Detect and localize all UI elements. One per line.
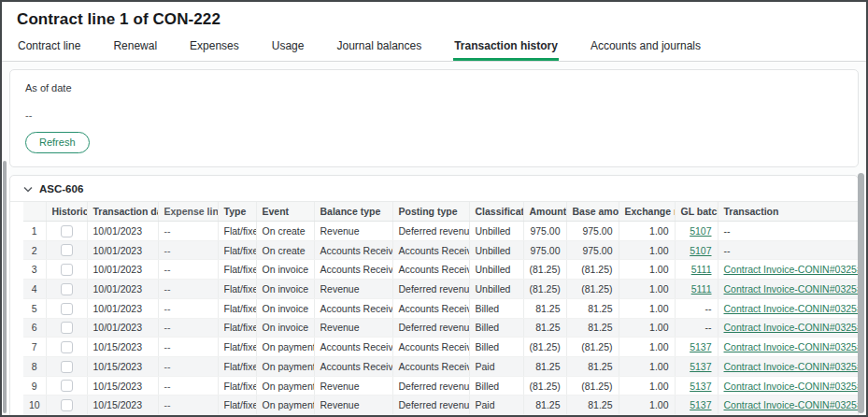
cell-amount: (81.25) <box>523 376 566 395</box>
cell-base_amount: 975.00 <box>566 240 619 260</box>
cell-historical <box>46 338 87 357</box>
historical-checkbox[interactable] <box>61 399 73 411</box>
cell-base_amount: 81.25 <box>566 318 619 338</box>
cell-transaction: Contract Invoice-CONIN#0325#doc <box>718 357 858 377</box>
vertical-scrollbar[interactable] <box>858 173 864 413</box>
cell-exchange_rate: 1.00 <box>619 376 675 395</box>
historical-checkbox[interactable] <box>61 341 73 353</box>
cell-transaction_date: 10/15/2023 <box>87 376 158 395</box>
cell-amount: 81.25 <box>523 298 566 318</box>
cell-exchange_rate: 1.00 <box>619 280 675 299</box>
transaction-link[interactable]: Contract Invoice-CONIN#0325#doc <box>724 341 859 352</box>
column-header-event: Event <box>256 202 314 222</box>
cell-historical <box>46 357 87 377</box>
gl-batch-link[interactable]: 5137 <box>690 381 711 392</box>
cell-gl_batch: -- <box>675 318 718 338</box>
historical-checkbox[interactable] <box>61 361 73 373</box>
cell-historical <box>46 318 87 338</box>
transaction-link[interactable]: Contract Invoice-CONIN#0325#doc <box>724 381 859 392</box>
cell-num: 10 <box>23 395 46 415</box>
cell-event: On invoice <box>256 260 314 280</box>
historical-checkbox[interactable] <box>61 322 73 334</box>
cell-num: 6 <box>23 318 46 338</box>
cell-posting_type: Deferred revenue <box>392 376 469 395</box>
cell-transaction_date: 10/15/2023 <box>87 338 158 357</box>
tab-contract-line[interactable]: Contract line <box>17 31 81 61</box>
cell-amount: 81.25 <box>523 318 566 338</box>
transaction-link[interactable]: Contract Invoice-CONIN#0325#doc <box>724 303 859 314</box>
asc-606-section-toggle[interactable]: ASC-606 <box>10 176 858 202</box>
gl-batch-link[interactable]: 5111 <box>691 264 712 275</box>
cell-posting_type: Deferred revenue <box>392 318 469 338</box>
cell-transaction_date: 10/01/2023 <box>87 260 158 280</box>
tab-usage[interactable]: Usage <box>271 31 306 61</box>
transaction-link[interactable]: Contract Invoice-CONIN#0325#doc <box>724 399 859 410</box>
cell-expense_line_no: -- <box>158 357 218 377</box>
tab-renewal[interactable]: Renewal <box>112 31 158 61</box>
gl-batch-link[interactable]: 5137 <box>690 361 711 372</box>
tab-bar: Contract lineRenewalExpensesUsageJournal… <box>2 31 866 62</box>
historical-checkbox[interactable] <box>61 264 73 276</box>
cell-event: On invoice <box>256 318 314 338</box>
cell-base_amount: (81.25) <box>566 260 619 280</box>
cell-classification: Billed <box>469 338 523 357</box>
cell-event: On payment <box>256 338 314 357</box>
gl-batch-link[interactable]: 5107 <box>690 245 711 256</box>
cell-num: 3 <box>23 260 46 280</box>
column-header-gl_batch: GL batch <box>675 202 718 222</box>
table-row: 1010/15/2023--Flat/fixedOn paymentRevenu… <box>23 395 858 415</box>
cell-type: Flat/fixed <box>218 357 256 377</box>
cell-gl_batch: 5107 <box>675 240 718 260</box>
cell-transaction: Contract Invoice-CONIN#0325#doc <box>718 260 858 280</box>
cell-event: On payment <box>256 395 314 415</box>
column-header-balance_type: Balance type <box>314 202 392 222</box>
cell-expense_line_no: -- <box>158 260 218 280</box>
table-row: 110/01/2023--Flat/fixedOn createRevenueD… <box>23 222 858 241</box>
column-header-posting_type: Posting type <box>392 202 469 222</box>
historical-checkbox[interactable] <box>61 225 73 237</box>
tab-journal-balances[interactable]: Journal balances <box>335 31 422 61</box>
transaction-link[interactable]: Contract Invoice-CONIN#0325#doc <box>724 283 859 295</box>
refresh-button[interactable]: Refresh <box>25 132 90 153</box>
cell-classification: Paid <box>469 395 523 415</box>
gl-batch-link[interactable]: 5111 <box>691 283 712 295</box>
cell-type: Flat/fixed <box>218 222 256 241</box>
cell-event: On create <box>256 222 314 241</box>
column-header-type: Type <box>218 202 256 222</box>
transaction-link[interactable]: Contract Invoice-CONIN#0325#doc <box>724 322 859 333</box>
cell-posting_type: Deferred revenue <box>392 395 469 415</box>
cell-transaction_date: 10/15/2023 <box>87 395 158 415</box>
page-title: Contract line 1 of CON-222 <box>17 10 851 29</box>
cell-classification: Unbilled <box>469 260 523 280</box>
cell-base_amount: (81.25) <box>566 280 619 299</box>
historical-checkbox[interactable] <box>61 303 73 315</box>
cell-amount: 81.25 <box>523 357 566 377</box>
scrollbar-thumb[interactable] <box>858 173 864 413</box>
cell-exchange_rate: 1.00 <box>619 338 675 357</box>
historical-checkbox[interactable] <box>61 283 73 295</box>
tab-transaction-history[interactable]: Transaction history <box>453 31 559 61</box>
left-scroll-indicator <box>3 161 7 413</box>
tab-expenses[interactable]: Expenses <box>189 31 240 61</box>
cell-type: Flat/fixed <box>218 240 256 260</box>
historical-checkbox[interactable] <box>61 380 73 392</box>
cell-historical <box>46 222 87 241</box>
gl-batch-link[interactable]: 5107 <box>690 225 711 237</box>
cell-transaction_date: 10/01/2023 <box>87 318 158 338</box>
cell-posting_type: Accounts Receivable <box>392 357 469 377</box>
cell-posting_type: Deferred revenue <box>392 222 469 241</box>
table-row: 510/01/2023--Flat/fixedOn invoiceAccount… <box>23 298 858 318</box>
asc-606-panel: ASC-606 HistoricalTransaction dateExpens… <box>9 175 859 417</box>
transaction-link[interactable]: Contract Invoice-CONIN#0325#doc <box>724 361 859 372</box>
gl-batch-link[interactable]: 5137 <box>690 341 711 352</box>
cell-type: Flat/fixed <box>218 260 256 280</box>
gl-batch-link[interactable]: 5137 <box>690 399 711 410</box>
cell-gl_batch: 5107 <box>675 222 718 241</box>
transaction-link[interactable]: Contract Invoice-CONIN#0325#doc <box>724 264 859 275</box>
historical-checkbox[interactable] <box>61 244 73 256</box>
cell-classification: Unbilled <box>469 280 523 299</box>
cell-exchange_rate: 1.00 <box>619 298 675 318</box>
cell-gl_batch: -- <box>675 298 718 318</box>
tab-accounts-and-journals[interactable]: Accounts and journals <box>590 31 702 61</box>
cell-classification: Billed <box>469 318 523 338</box>
